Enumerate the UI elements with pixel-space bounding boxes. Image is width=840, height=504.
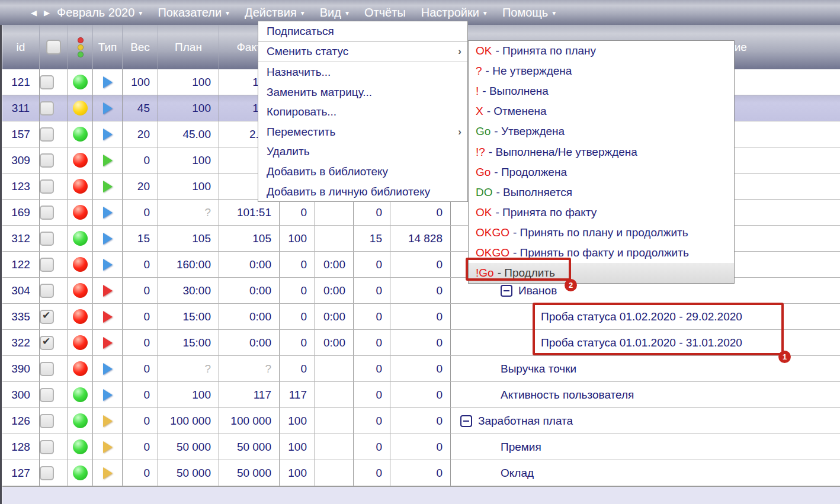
plan-cell[interactable]: 100 [158, 382, 219, 407]
plan-cell[interactable]: 50 000 [158, 434, 219, 460]
type-cell[interactable] [93, 121, 123, 147]
row-checkbox[interactable] [40, 362, 54, 376]
row-checkbox[interactable] [40, 258, 54, 272]
prev-period-arrow[interactable]: ◀ [31, 8, 37, 17]
context-menu-item[interactable]: Копировать... [258, 102, 467, 122]
context-menu-item[interactable]: Удалить [258, 142, 467, 162]
plan-cell[interactable]: 50 000 [158, 460, 219, 486]
col-header-id[interactable]: id [2, 25, 40, 69]
fact-cell[interactable]: ? [219, 356, 280, 381]
select-all-checkbox[interactable] [46, 40, 61, 54]
context-menu-item[interactable]: Переместить › [258, 122, 467, 142]
status-menu-item[interactable]: OK - Принята по факту [469, 203, 734, 223]
plan-cell[interactable]: 100 [158, 69, 219, 95]
status-light-cell[interactable] [68, 200, 93, 225]
fact-cell[interactable]: 50 000 [219, 460, 280, 486]
col-header-weight[interactable]: Вес [123, 25, 158, 69]
type-cell[interactable] [93, 330, 123, 355]
row-checkbox[interactable] [40, 388, 54, 402]
row-checkbox-cell[interactable] [40, 434, 68, 460]
col-header-plan[interactable]: План [158, 25, 219, 69]
row-checkbox-cell[interactable] [40, 278, 68, 303]
menubar-item[interactable]: Вид ▾ [320, 6, 349, 20]
status-light-cell[interactable] [68, 408, 93, 434]
status-light-cell[interactable] [68, 304, 93, 329]
type-cell[interactable] [93, 69, 123, 95]
row-checkbox-cell[interactable] [40, 226, 68, 251]
status-light-cell[interactable] [68, 356, 93, 381]
context-menu-item[interactable]: Добавить в библиотеку [258, 162, 467, 182]
context-menu-item[interactable]: Подписаться [258, 21, 467, 42]
status-light-cell[interactable] [68, 174, 93, 199]
context-menu-item[interactable]: Заменить матрицу... [258, 82, 467, 102]
row-checkbox-cell[interactable] [40, 330, 68, 355]
status-light-cell[interactable] [68, 226, 93, 251]
status-light-cell[interactable] [68, 434, 93, 460]
menubar-item[interactable]: Помощь ▾ [502, 6, 556, 20]
type-cell[interactable] [93, 460, 123, 486]
row-checkbox[interactable] [40, 336, 54, 350]
row-checkbox-cell[interactable] [40, 69, 68, 95]
col-header-type[interactable]: Тип [93, 25, 123, 69]
table-row[interactable]: 128 0 50 000 50 000 100 0 0 Премия [2, 434, 840, 460]
status-menu-item[interactable]: OKGO - Принять по плану и продолжить [469, 223, 734, 243]
status-light-cell[interactable] [68, 147, 93, 173]
status-light-cell[interactable] [68, 330, 93, 355]
menubar-item[interactable]: Настройки ▾ [421, 6, 487, 20]
period-selector[interactable]: Февраль 2020 [57, 6, 134, 20]
plan-cell[interactable]: 100 [158, 147, 219, 173]
row-checkbox-cell[interactable] [40, 252, 68, 277]
status-light-cell[interactable] [68, 460, 93, 486]
status-menu-item[interactable]: X - Отменена [469, 101, 734, 121]
status-light-cell[interactable] [68, 382, 93, 407]
row-checkbox-cell[interactable] [40, 95, 68, 121]
row-checkbox[interactable] [40, 153, 54, 168]
plan-cell[interactable]: 15:00 [158, 330, 219, 355]
status-light-cell[interactable] [68, 252, 93, 277]
plan-cell[interactable]: 160:00 [158, 252, 219, 277]
fact-cell[interactable]: 0:00 [219, 304, 280, 329]
status-menu-item[interactable]: DO - Выполняется [469, 182, 734, 203]
name-cell[interactable]: Активность пользователя [451, 382, 840, 407]
name-cell[interactable]: Премия [451, 434, 840, 460]
type-cell[interactable] [93, 200, 123, 225]
row-checkbox[interactable] [40, 284, 54, 298]
row-checkbox[interactable] [40, 414, 54, 428]
row-checkbox[interactable] [40, 127, 54, 142]
fact-cell[interactable]: 0:00 [219, 330, 280, 355]
col-header-select-all[interactable] [40, 25, 68, 69]
fact-cell[interactable]: 0:00 [219, 252, 280, 277]
status-menu-item[interactable]: OK - Принята по плану [469, 41, 734, 61]
row-checkbox[interactable] [40, 179, 54, 194]
status-light-cell[interactable] [68, 278, 93, 303]
col-header-status[interactable] [68, 25, 93, 69]
row-checkbox-cell[interactable] [40, 200, 68, 225]
plan-cell[interactable]: ? [158, 200, 219, 225]
row-checkbox[interactable] [40, 466, 54, 480]
plan-cell[interactable]: 45.00 [158, 121, 219, 147]
context-menu-item[interactable]: Добавить в личную библиотеку [258, 182, 467, 202]
type-cell[interactable] [93, 304, 123, 329]
plan-cell[interactable]: 100 [158, 95, 219, 121]
plan-cell[interactable]: 100 000 [158, 408, 219, 434]
table-row[interactable]: 127 0 50 000 50 000 100 0 0 Оклад [2, 460, 840, 486]
tree-collapse-icon[interactable] [460, 415, 472, 427]
fact-cell[interactable]: 0:00 [219, 278, 280, 303]
row-checkbox-cell[interactable] [40, 382, 68, 407]
status-menu-item[interactable]: ! - Выполнена [469, 81, 734, 101]
fact-cell[interactable]: 50 000 [219, 434, 280, 460]
context-menu-item[interactable]: Сменить статус › [258, 42, 467, 63]
status-light-cell[interactable] [68, 69, 93, 95]
fact-cell[interactable]: 105 [219, 226, 280, 251]
row-checkbox[interactable] [40, 101, 54, 115]
type-cell[interactable] [93, 408, 123, 434]
table-row[interactable]: 126 0 100 000 100 000 100 0 0 Заработная… [2, 408, 840, 434]
plan-cell[interactable]: ? [158, 356, 219, 381]
status-menu-item[interactable]: ? - Не утверждена [469, 61, 734, 81]
type-cell[interactable] [93, 434, 123, 460]
type-cell[interactable] [93, 174, 123, 199]
row-checkbox-cell[interactable] [40, 304, 68, 329]
type-cell[interactable] [93, 278, 123, 303]
type-cell[interactable] [93, 356, 123, 381]
context-menu-item[interactable]: Назначить... [258, 62, 467, 82]
